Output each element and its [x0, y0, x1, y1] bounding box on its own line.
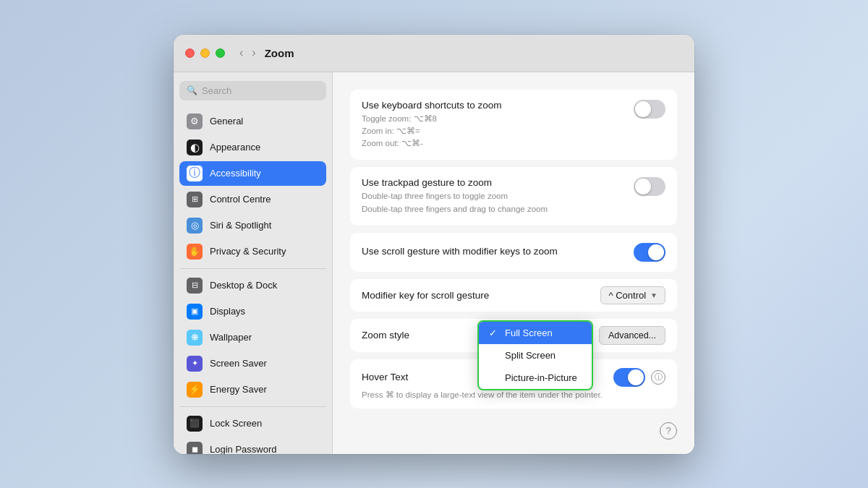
- sidebar-item-accessibility[interactable]: ⓘ Accessibility: [179, 161, 326, 186]
- trackpad-gesture-desc: Double-tap three fingers to toggle zoomD…: [362, 190, 622, 215]
- toggle-knob: [635, 101, 651, 117]
- chevron-down-icon: ▼: [650, 291, 658, 299]
- modifier-key-dropdown[interactable]: ^ Control ▼: [600, 286, 665, 304]
- modifier-key-value: ^ Control: [608, 290, 646, 301]
- toggle-knob-4: [628, 369, 644, 385]
- traffic-lights: [185, 48, 225, 58]
- general-icon: ⚙: [187, 114, 203, 129]
- sidebar-label-control-centre: Control Centre: [210, 194, 271, 205]
- sidebar-item-energy-saver[interactable]: ⚡ Energy Saver: [179, 377, 326, 402]
- keyboard-shortcuts-label: Use keyboard shortcuts to zoom: [362, 100, 622, 111]
- sidebar-item-control-centre[interactable]: ⊞ Control Centre: [179, 187, 326, 212]
- sidebar-divider-1: [179, 268, 326, 269]
- advanced-button[interactable]: Advanced...: [599, 326, 665, 345]
- scroll-gesture-toggle[interactable]: [634, 243, 665, 262]
- trackpad-gesture-label: Use trackpad gesture to zoom: [362, 177, 622, 188]
- help-button[interactable]: ?: [660, 422, 677, 440]
- hover-text-label: Hover Text: [362, 372, 408, 382]
- keyboard-shortcuts-desc: Toggle zoom: ⌥⌘8Zoom in: ⌥⌘=Zoom out: ⌥⌘…: [362, 113, 622, 150]
- back-button[interactable]: ‹: [237, 45, 246, 61]
- sidebar-item-login-password[interactable]: ◼ Login Password: [179, 437, 326, 454]
- trackpad-gesture-toggle[interactable]: [634, 177, 665, 196]
- appearance-icon: ◐: [187, 140, 203, 155]
- sidebar-item-privacy-security[interactable]: ✋ Privacy & Security: [179, 239, 326, 264]
- sidebar-item-displays[interactable]: ▣ Displays: [179, 299, 326, 324]
- zoom-style-label: Zoom style: [362, 330, 409, 341]
- keyboard-shortcuts-text: Use keyboard shortcuts to zoom Toggle zo…: [362, 100, 622, 150]
- search-icon: 🔍: [187, 85, 197, 95]
- desktop-icon: ⊟: [187, 278, 203, 294]
- keyboard-shortcuts-toggle[interactable]: [634, 100, 665, 119]
- zoom-style-row: Zoom style ✓ Full Screen Split Screen: [350, 319, 677, 352]
- displays-icon: ▣: [187, 304, 203, 320]
- hover-text-toggle[interactable]: [613, 368, 645, 387]
- sidebar-item-wallpaper[interactable]: ❋ Wallpaper: [179, 325, 326, 350]
- sidebar-item-siri-spotlight[interactable]: ◎ Siri & Spotlight: [179, 213, 326, 238]
- lockscreen-icon: ⬛: [187, 416, 203, 432]
- zoom-style-option-fullscreen[interactable]: ✓ Full Screen: [479, 322, 592, 344]
- screensaver-icon: ✦: [187, 356, 203, 372]
- sidebar-label-energy: Energy Saver: [210, 384, 267, 395]
- option-fullscreen-label: Full Screen: [505, 328, 553, 338]
- sidebar-label-loginpass: Login Password: [210, 444, 277, 454]
- sidebar-label-siri: Siri & Spotlight: [210, 220, 271, 231]
- sidebar-item-screen-saver[interactable]: ✦ Screen Saver: [179, 351, 326, 376]
- search-bar[interactable]: 🔍 Search: [179, 81, 326, 100]
- hover-text-controls: ⓘ: [602, 368, 665, 387]
- hover-text-info-button[interactable]: ⓘ: [651, 370, 665, 385]
- sidebar-label-general: General: [210, 116, 243, 127]
- checkmark-icon: ✓: [489, 328, 499, 338]
- sidebar-item-lock-screen[interactable]: ⬛ Lock Screen: [179, 411, 326, 436]
- sidebar-item-general[interactable]: ⚙ General: [179, 109, 326, 134]
- sidebar: 🔍 Search ⚙ General ◐ Appearance ⓘ Access…: [174, 72, 333, 454]
- control-centre-icon: ⊞: [187, 192, 203, 207]
- maximize-button[interactable]: [216, 48, 225, 58]
- nav-buttons: ‹ ›: [237, 45, 259, 61]
- wallpaper-icon: ❋: [187, 330, 203, 346]
- sidebar-label-privacy: Privacy & Security: [210, 246, 286, 257]
- modifier-key-label: Modifier key for scroll gesture: [362, 290, 489, 301]
- sidebar-item-desktop-dock[interactable]: ⊟ Desktop & Dock: [179, 273, 326, 298]
- sidebar-label-lockscreen: Lock Screen: [210, 418, 262, 429]
- search-placeholder: Search: [202, 85, 231, 96]
- sidebar-label-wallpaper: Wallpaper: [210, 332, 252, 343]
- sidebar-label-desktop: Desktop & Dock: [210, 280, 277, 291]
- zoom-style-option-splitscreen[interactable]: Split Screen: [479, 344, 592, 367]
- modifier-key-row: Modifier key for scroll gesture ^ Contro…: [350, 279, 677, 312]
- trackpad-gesture-text: Use trackpad gesture to zoom Double-tap …: [362, 177, 622, 215]
- trackpad-gesture-row: Use trackpad gesture to zoom Double-tap …: [350, 167, 677, 226]
- privacy-icon: ✋: [187, 244, 203, 260]
- sidebar-label-screensaver: Screen Saver: [210, 358, 267, 369]
- accessibility-icon: ⓘ: [187, 166, 203, 181]
- zoom-style-option-pip[interactable]: Picture-in-Picture: [479, 367, 592, 389]
- content-area: 🔍 Search ⚙ General ◐ Appearance ⓘ Access…: [174, 72, 694, 454]
- sidebar-label-accessibility: Accessibility: [210, 168, 261, 179]
- hover-text-description: Press ⌘ to display a large-text view of …: [362, 390, 665, 400]
- loginpass-icon: ◼: [187, 442, 203, 454]
- siri-icon: ◎: [187, 218, 203, 234]
- zoom-style-popup: ✓ Full Screen Split Screen Picture-in-Pi…: [477, 320, 593, 390]
- minimize-button[interactable]: [200, 48, 210, 58]
- toggle-knob-2: [635, 179, 651, 194]
- main-content: Use keyboard shortcuts to zoom Toggle zo…: [333, 72, 694, 454]
- scroll-gesture-row: Use scroll gesture with modifier keys to…: [350, 233, 677, 272]
- energy-icon: ⚡: [187, 382, 203, 398]
- scroll-gesture-label: Use scroll gesture with modifier keys to…: [362, 246, 622, 257]
- option-pip-label: Picture-in-Picture: [505, 372, 577, 383]
- close-button[interactable]: [185, 48, 195, 58]
- titlebar: ‹ › Zoom: [174, 35, 694, 72]
- zoom-style-controls: ✓ Full Screen Split Screen Picture-in-Pi…: [538, 326, 666, 345]
- forward-button[interactable]: ›: [249, 45, 258, 61]
- sidebar-divider-2: [179, 406, 326, 407]
- sidebar-label-appearance: Appearance: [210, 142, 260, 153]
- scroll-gesture-text: Use scroll gesture with modifier keys to…: [362, 246, 622, 259]
- toggle-knob-3: [648, 244, 664, 260]
- page-title: Zoom: [265, 47, 294, 59]
- sidebar-label-displays: Displays: [210, 306, 245, 317]
- sidebar-item-appearance[interactable]: ◐ Appearance: [179, 135, 326, 160]
- keyboard-shortcuts-row: Use keyboard shortcuts to zoom Toggle zo…: [350, 90, 677, 160]
- option-splitscreen-label: Split Screen: [505, 350, 556, 361]
- main-window: ‹ › Zoom 🔍 Search ⚙ General ◐ Appearance…: [174, 35, 694, 454]
